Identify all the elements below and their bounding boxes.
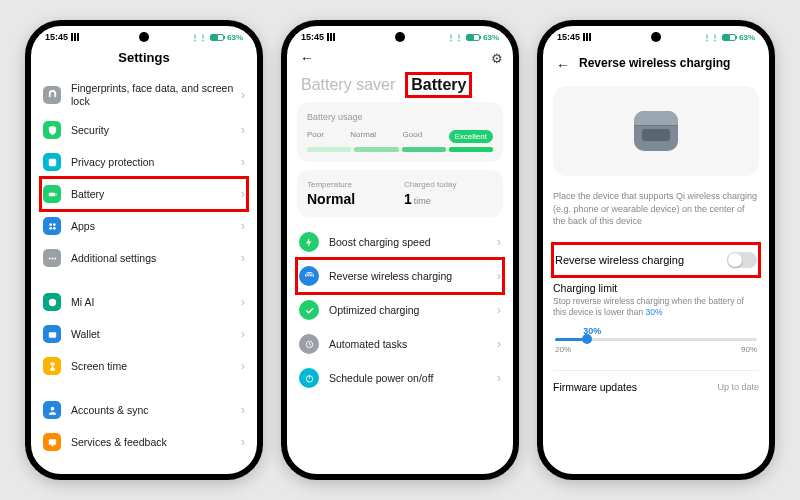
item-privacy[interactable]: Privacy protection› (41, 146, 247, 178)
item-label: Security (71, 124, 241, 137)
ai-icon (43, 293, 61, 311)
item-mi-ai[interactable]: Mi AI› (41, 286, 247, 318)
item-screen-time[interactable]: Screen time› (41, 350, 247, 382)
svg-rect-1 (48, 192, 54, 196)
chevron-icon: › (241, 295, 245, 309)
temperature-stat: Temperature Normal (307, 180, 396, 207)
item-additional[interactable]: Additional settings› (41, 242, 247, 274)
battery-icon (210, 34, 224, 41)
svg-point-12 (50, 407, 54, 411)
chevron-icon: › (241, 327, 245, 341)
phone-battery: 15:45 ⋮⋮63% ← ⚙ Battery saver Battery Ba… (281, 20, 519, 480)
svg-point-3 (49, 223, 52, 226)
battery-pct: 63% (227, 33, 243, 42)
firmware-row[interactable]: Firmware updates Up to date (553, 370, 759, 393)
battery-tabs: Battery saver Battery (297, 72, 503, 102)
firmware-status: Up to date (717, 382, 759, 392)
chevron-icon: › (497, 269, 501, 283)
svg-point-6 (52, 227, 55, 230)
battery-icon (466, 34, 480, 41)
item-label: Fingerprints, face data, and screen lock (71, 82, 241, 107)
usage-title: Battery usage (307, 112, 493, 122)
chevron-icon: › (497, 235, 501, 249)
battery-pct: 63% (739, 33, 755, 42)
item-services[interactable]: Services & feedback› (41, 426, 247, 458)
chevron-icon: › (241, 155, 245, 169)
toggle-switch[interactable] (727, 252, 757, 268)
phone-settings: 15:45 ⋮⋮63% Settings Fingerprints, face … (25, 20, 263, 480)
charged-stat: Charged today 1time (404, 180, 493, 207)
power-icon (299, 368, 319, 388)
chevron-icon: › (241, 251, 245, 265)
back-button[interactable]: ← (297, 50, 317, 66)
svg-point-8 (51, 257, 53, 259)
dots-icon (43, 249, 61, 267)
item-battery[interactable]: Battery› (41, 178, 247, 210)
item-label: Privacy protection (71, 156, 241, 169)
chevron-icon: › (497, 371, 501, 385)
shield-icon (43, 121, 61, 139)
back-button[interactable]: ← (553, 57, 573, 73)
opt-optimized-charging[interactable]: Optimized charging› (297, 293, 503, 327)
item-accounts[interactable]: Accounts & sync› (41, 394, 247, 426)
item-label: Battery (71, 188, 241, 201)
bolt-icon (299, 232, 319, 252)
stats-card: Temperature Normal Charged today 1time (297, 170, 503, 217)
camera-notch (139, 32, 149, 42)
item-wallet[interactable]: Wallet› (41, 318, 247, 350)
page-title: Reverse wireless charging (579, 50, 730, 80)
opt-automated-tasks[interactable]: Automated tasks› (297, 327, 503, 361)
wifi-icon: ⋮⋮ (447, 33, 463, 42)
auto-icon (299, 334, 319, 354)
wireless-icon (299, 266, 319, 286)
opt-schedule-power[interactable]: Schedule power on/off› (297, 361, 503, 395)
svg-rect-0 (48, 159, 55, 166)
item-label: Additional settings (71, 252, 241, 265)
charging-limit-slider[interactable]: 30% 20%90% (553, 326, 759, 354)
tab-battery-saver[interactable]: Battery saver (297, 74, 399, 96)
svg-rect-11 (48, 332, 55, 338)
hourglass-icon (43, 357, 61, 375)
chevron-icon: › (497, 303, 501, 317)
item-label: Accounts & sync (71, 404, 241, 417)
settings-gear-icon[interactable]: ⚙ (491, 51, 503, 66)
wifi-icon: ⋮⋮ (703, 33, 719, 42)
item-label: Apps (71, 220, 241, 233)
chevron-icon: › (241, 359, 245, 373)
item-apps[interactable]: Apps› (41, 210, 247, 242)
svg-point-4 (52, 223, 55, 226)
tab-battery[interactable]: Battery (407, 74, 470, 96)
temperature-value: Normal (307, 191, 396, 207)
status-time: 15:45 (301, 32, 324, 42)
svg-point-10 (48, 299, 55, 306)
privacy-icon (43, 153, 61, 171)
item-label: Services & feedback (71, 436, 241, 449)
header: ← ⚙ (297, 44, 503, 72)
item-security[interactable]: Security› (41, 114, 247, 146)
opt-boost-charging[interactable]: Boost charging speed› (297, 225, 503, 259)
signal-icon (71, 33, 81, 41)
charged-value: 1time (404, 191, 493, 207)
usage-card: Battery usage PoorNormalGoodExcellent (297, 102, 503, 162)
status-time: 15:45 (557, 32, 580, 42)
battery-pct: 63% (483, 33, 499, 42)
battery-icon (43, 185, 61, 203)
slider-thumb[interactable] (582, 334, 592, 344)
description-text: Place the device that supports Qi wirele… (553, 190, 759, 228)
camera-notch (395, 32, 405, 42)
slider-range: 20%90% (555, 345, 757, 354)
svg-rect-2 (55, 193, 56, 195)
item-label: Mi AI (71, 296, 241, 309)
options-list: Boost charging speed› Reverse wireless c… (297, 225, 503, 395)
chevron-icon: › (241, 219, 245, 233)
reverse-wireless-toggle-row[interactable]: Reverse wireless charging (553, 244, 759, 276)
item-fingerprints[interactable]: Fingerprints, face data, and screen lock… (41, 75, 247, 114)
header: ← Reverse wireless charging (553, 44, 759, 86)
settings-list: Fingerprints, face data, and screen lock… (41, 75, 247, 458)
svg-point-7 (48, 257, 50, 259)
opt-reverse-wireless[interactable]: Reverse wireless charging› (297, 259, 503, 293)
charging-limit-title: Charging limit (553, 282, 759, 294)
feedback-icon (43, 433, 61, 451)
firmware-label: Firmware updates (553, 381, 637, 393)
usage-levels: PoorNormalGoodExcellent (307, 130, 493, 143)
